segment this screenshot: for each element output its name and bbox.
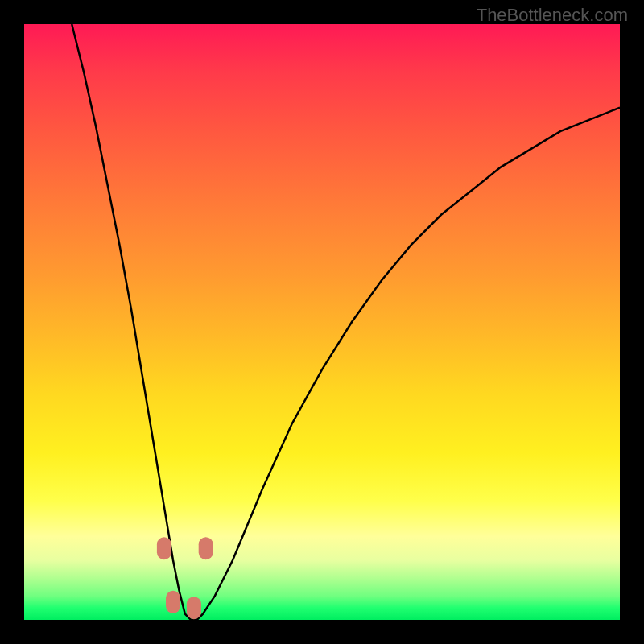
curve-marker — [157, 537, 171, 559]
chart-plot-area — [24, 24, 620, 620]
curve-marker — [187, 597, 201, 619]
curve-markers — [157, 537, 213, 619]
curve-marker — [199, 537, 213, 559]
watermark-text: TheBottleneck.com — [477, 5, 628, 26]
bottleneck-curve — [72, 24, 620, 620]
chart-svg — [24, 24, 620, 620]
curve-marker — [166, 591, 180, 613]
